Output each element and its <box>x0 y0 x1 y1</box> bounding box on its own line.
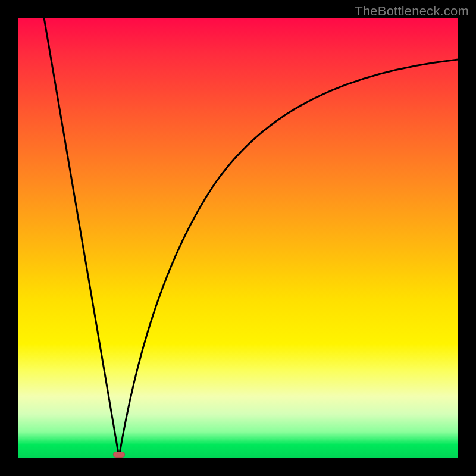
curve-left-branch <box>44 18 119 457</box>
chart-frame: TheBottleneck.com <box>0 0 476 476</box>
plot-area <box>18 18 458 458</box>
minimum-marker <box>113 452 125 458</box>
bottleneck-curve <box>18 18 458 458</box>
watermark-text: TheBottleneck.com <box>355 4 469 19</box>
curve-right-branch <box>119 60 458 457</box>
